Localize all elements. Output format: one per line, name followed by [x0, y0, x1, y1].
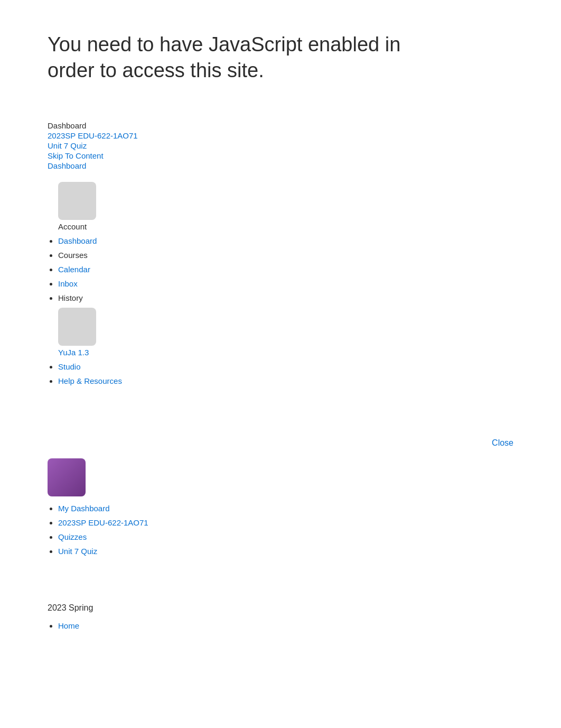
breadcrumb: Dashboard 2023SP EDU-622-1AO71 Unit 7 Qu… — [0, 105, 561, 177]
semester-nav-link-home[interactable]: Home — [58, 621, 79, 630]
account-nav-item: Account — [58, 182, 513, 231]
nav-link-studio[interactable]: Studio — [58, 362, 81, 371]
course-nav-link-my-dashboard[interactable]: My Dashboard — [58, 504, 110, 513]
course-nav-item-unit7quiz[interactable]: Unit 7 Quiz — [58, 547, 513, 556]
nav-link-help[interactable]: Help & Resources — [58, 376, 122, 385]
yuja-block: YuJa 1.3 — [58, 308, 513, 357]
account-avatar — [58, 182, 96, 220]
nav-item-calendar[interactable]: Calendar — [58, 265, 513, 274]
yuja-avatar — [58, 308, 96, 346]
close-section: Close — [0, 433, 561, 453]
course-avatar-section — [0, 453, 561, 504]
course-nav-link-unit7quiz[interactable]: Unit 7 Quiz — [58, 547, 97, 556]
yuja-nav-item: YuJa 1.3 — [58, 308, 513, 357]
js-warning-section: You need to have JavaScript enabled in o… — [0, 0, 561, 105]
nav-text-courses: Courses — [58, 251, 88, 260]
nav-item-help[interactable]: Help & Resources — [58, 376, 513, 385]
breadcrumb-quiz-link[interactable]: Unit 7 Quiz — [48, 141, 513, 150]
course-nav-item-quizzes[interactable]: Quizzes — [58, 532, 513, 541]
course-nav-link-quizzes[interactable]: Quizzes — [58, 532, 87, 541]
course-nav-item-my-dashboard[interactable]: My Dashboard — [58, 504, 513, 513]
nav-item-history: History — [58, 293, 513, 302]
semester-title: 2023 Spring — [48, 603, 513, 613]
account-label: Account — [58, 222, 87, 231]
nav-link-dashboard[interactable]: Dashboard — [58, 236, 97, 245]
course-nav-link-course[interactable]: 2023SP EDU-622-1AO71 — [58, 518, 148, 527]
yuja-link[interactable]: YuJa 1.3 — [58, 348, 89, 357]
close-button[interactable]: Close — [492, 438, 513, 448]
breadcrumb-dashboard-text: Dashboard — [48, 121, 513, 130]
skip-to-content-link[interactable]: Skip To Content — [48, 151, 513, 160]
breadcrumb-course-link[interactable]: 2023SP EDU-622-1AO71 — [48, 131, 513, 140]
nav-text-history: History — [58, 293, 83, 302]
global-nav-list: Account Dashboard Courses Calendar Inbox… — [48, 182, 513, 385]
nav-item-studio[interactable]: Studio — [58, 362, 513, 371]
nav-link-inbox[interactable]: Inbox — [58, 279, 78, 288]
breadcrumb-dashboard-link[interactable]: Dashboard — [48, 161, 513, 170]
semester-nav-list: Home — [48, 621, 513, 630]
course-nav-section: My Dashboard 2023SP EDU-622-1AO71 Quizze… — [0, 504, 561, 572]
global-nav-section: Account Dashboard Courses Calendar Inbox… — [0, 177, 561, 401]
nav-item-inbox[interactable]: Inbox — [58, 279, 513, 288]
semester-section: 2023 Spring Home — [0, 572, 561, 646]
course-nav-list: My Dashboard 2023SP EDU-622-1AO71 Quizze… — [48, 504, 513, 556]
nav-item-courses: Courses — [58, 251, 513, 260]
course-avatar — [48, 458, 86, 496]
semester-nav-item-home[interactable]: Home — [58, 621, 513, 630]
js-warning-heading: You need to have JavaScript enabled in o… — [48, 32, 444, 84]
account-block: Account — [58, 182, 513, 231]
semester-nav: Home — [48, 621, 513, 630]
course-nav-item-course[interactable]: 2023SP EDU-622-1AO71 — [58, 518, 513, 527]
nav-item-dashboard[interactable]: Dashboard — [58, 236, 513, 245]
nav-link-calendar[interactable]: Calendar — [58, 265, 90, 274]
